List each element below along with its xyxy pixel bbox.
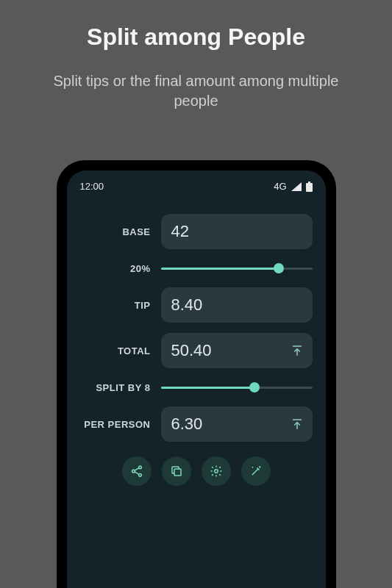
tip-row: TIP 8.40	[80, 287, 313, 323]
action-bar	[80, 456, 313, 486]
per-person-row: PER PERSON 6.30	[80, 406, 313, 442]
base-row: BASE 42	[80, 214, 313, 249]
per-person-label: PER PERSON	[80, 419, 161, 430]
split-row: SPLIT BY 8	[80, 379, 313, 396]
per-person-value: 6.30	[171, 415, 203, 434]
total-label: TOTAL	[80, 345, 161, 356]
svg-rect-0	[306, 183, 313, 192]
total-row: TOTAL 50.40	[80, 333, 313, 368]
total-input[interactable]: 50.40	[161, 333, 313, 368]
svg-point-8	[138, 473, 141, 476]
share-button[interactable]	[122, 456, 152, 486]
svg-rect-1	[308, 182, 310, 183]
gear-icon	[210, 465, 223, 478]
network-label: 4G	[274, 181, 286, 192]
copy-button[interactable]	[162, 456, 191, 486]
round-up-icon[interactable]	[291, 417, 304, 431]
per-person-input[interactable]: 6.30	[161, 406, 313, 442]
base-value: 42	[171, 222, 189, 241]
magic-button[interactable]	[241, 456, 271, 486]
status-right: 4G	[274, 181, 312, 192]
tip-percent-row: 20%	[80, 259, 313, 277]
wand-icon	[249, 465, 263, 478]
split-label: SPLIT BY 8	[80, 382, 161, 393]
share-icon	[130, 465, 143, 478]
app-screen: 12:00 4G BASE 42 20% TIP 8.40	[67, 171, 326, 588]
base-input[interactable]: 42	[161, 214, 313, 249]
tip-percent-slider[interactable]	[161, 259, 313, 277]
page-subtitle: Split tips or the final amount among mul…	[0, 71, 392, 111]
round-up-icon[interactable]	[291, 344, 304, 357]
settings-button[interactable]	[202, 456, 231, 486]
tip-percent-label: 20%	[80, 263, 161, 274]
page-title: Split among People	[0, 24, 392, 51]
base-label: BASE	[80, 226, 161, 237]
copy-icon	[170, 465, 183, 478]
total-value: 50.40	[171, 341, 212, 360]
svg-point-6	[138, 466, 141, 469]
svg-line-9	[135, 468, 139, 470]
signal-icon	[291, 182, 302, 191]
phone-frame: 12:00 4G BASE 42 20% TIP 8.40	[57, 160, 336, 588]
svg-point-12	[214, 470, 218, 473]
battery-icon	[306, 182, 313, 192]
tip-input[interactable]: 8.40	[161, 287, 313, 323]
tip-label: TIP	[80, 300, 161, 311]
tip-value: 8.40	[171, 295, 203, 315]
status-bar: 12:00 4G	[80, 181, 313, 192]
svg-point-7	[132, 470, 135, 473]
split-slider[interactable]	[161, 379, 313, 396]
svg-rect-11	[174, 469, 181, 476]
svg-line-10	[135, 472, 139, 474]
status-time: 12:00	[80, 181, 104, 192]
